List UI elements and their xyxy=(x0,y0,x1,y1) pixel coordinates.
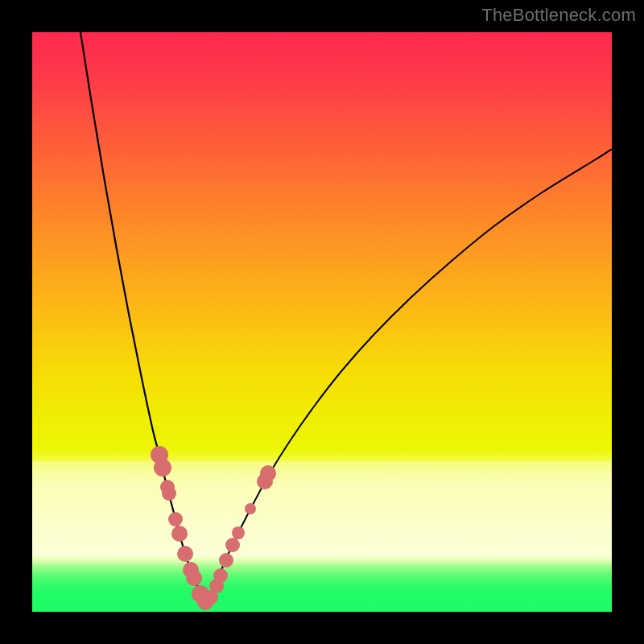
data-marker xyxy=(168,512,183,526)
data-marker xyxy=(162,486,176,501)
data-marker xyxy=(177,546,193,562)
watermark-text: TheBottleneck.com xyxy=(481,5,636,26)
data-marker xyxy=(232,526,245,539)
curve-left-arm xyxy=(80,32,205,605)
data-marker xyxy=(154,459,171,477)
data-marker xyxy=(219,553,233,568)
data-marker xyxy=(213,568,228,583)
data-marker xyxy=(260,465,276,481)
data-marker xyxy=(245,503,256,514)
plot-area xyxy=(32,32,612,612)
marker-layer xyxy=(151,446,276,610)
chart-frame: TheBottleneck.com xyxy=(0,0,644,644)
curve-svg xyxy=(32,32,612,612)
data-marker xyxy=(171,526,188,542)
curve-right-arm xyxy=(205,149,612,605)
data-marker xyxy=(186,570,202,586)
data-marker xyxy=(225,538,240,552)
